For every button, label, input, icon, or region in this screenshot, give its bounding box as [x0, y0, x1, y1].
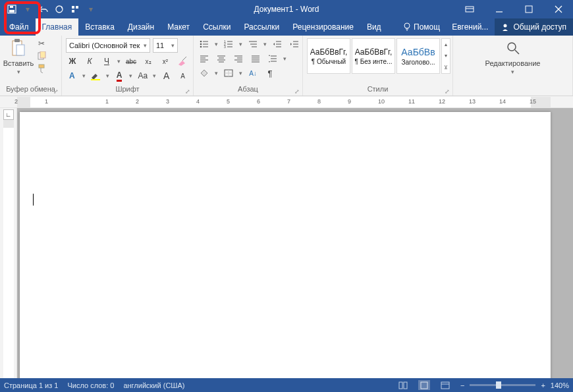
show-marks-icon[interactable]: ¶ — [263, 67, 277, 79]
group-font-label: Шрифт⤢ — [62, 85, 193, 96]
align-right-icon[interactable] — [232, 53, 245, 65]
ruler-horizontal[interactable]: 21123456789101112131415 — [0, 96, 573, 108]
svg-rect-15 — [40, 51, 45, 58]
tab-mailings[interactable]: Рассылки — [237, 18, 286, 36]
style-no-spacing[interactable]: АаБбВвГг, ¶ Без инте... — [352, 38, 395, 74]
quick-access-toolbar: ▾ ▾ — [0, 4, 96, 14]
document-area[interactable] — [17, 108, 573, 378]
maximize-icon[interactable] — [514, 0, 543, 18]
sort-icon[interactable]: A↓ — [246, 67, 259, 79]
zoom-slider[interactable] — [470, 384, 535, 386]
ribbon-tabs: Файл Главная Вставка Дизайн Макет Ссылки… — [0, 18, 573, 36]
font-name-combo[interactable]: Calibri (Основной тек▾ — [66, 38, 150, 53]
svg-rect-12 — [14, 39, 20, 42]
ribbon-display-options-icon[interactable] — [454, 0, 484, 18]
strikethrough-button[interactable]: abc — [124, 55, 138, 67]
lightbulb-icon — [403, 22, 411, 32]
line-spacing-icon[interactable] — [266, 53, 279, 65]
font-color-icon[interactable]: A — [113, 70, 126, 82]
zoom-in-button[interactable]: + — [541, 381, 545, 389]
multilevel-list-icon[interactable] — [246, 38, 259, 50]
tab-view[interactable]: Вид — [360, 18, 388, 36]
user-name[interactable]: Евгений... — [445, 18, 495, 36]
group-paragraph: ▾ 123▾ ▾ ▾ ▾ ▾ A↓ ¶ Абзац⤢ — [194, 36, 303, 96]
dialog-launcher-icon[interactable]: ⤢ — [445, 88, 450, 95]
dialog-launcher-icon[interactable]: ⤢ — [53, 88, 59, 95]
svg-rect-8 — [526, 6, 532, 13]
text-effects-icon[interactable]: A — [66, 70, 78, 82]
status-page[interactable]: Страница 1 из 1 — [4, 381, 58, 389]
justify-icon[interactable] — [249, 53, 262, 65]
cut-icon[interactable]: ✂ — [36, 38, 47, 49]
ruler-vertical[interactable]: ∟ — [0, 108, 17, 378]
print-layout-icon[interactable] — [418, 380, 430, 390]
bold-button[interactable]: Ж — [66, 55, 79, 67]
numbering-icon[interactable]: 123 — [222, 38, 235, 50]
font-size-combo[interactable]: 11▾ — [153, 38, 178, 53]
shading-icon[interactable] — [198, 67, 211, 79]
share-button[interactable]: Общий доступ — [495, 18, 573, 36]
bullets-icon[interactable] — [198, 38, 211, 50]
close-icon[interactable] — [543, 0, 573, 18]
web-layout-icon[interactable] — [439, 380, 451, 390]
touch-mode-icon[interactable] — [70, 4, 80, 14]
grow-font-button[interactable]: A — [160, 70, 173, 82]
tab-insert[interactable]: Вставка — [78, 18, 121, 36]
align-left-icon[interactable] — [198, 53, 211, 65]
underline-button[interactable]: Ч — [100, 55, 113, 67]
style-heading1[interactable]: АаБбВв Заголово... — [396, 38, 440, 74]
zoom-level[interactable]: 140% — [551, 381, 569, 389]
chevron-down-icon[interactable]: ▾ — [117, 58, 121, 65]
save-icon[interactable] — [7, 4, 17, 14]
tab-review[interactable]: Рецензирование — [286, 18, 360, 36]
qat-customize-icon[interactable]: ▾ — [86, 4, 96, 14]
style-name: ¶ Обычный — [312, 58, 346, 65]
editing-label: Редактирование — [485, 59, 541, 67]
window-title: Документ1 - Word — [254, 5, 319, 14]
format-painter-icon[interactable] — [36, 63, 47, 74]
dialog-launcher-icon[interactable]: ⤢ — [185, 88, 190, 95]
borders-icon[interactable] — [222, 67, 235, 79]
shrink-font-button[interactable]: A — [177, 70, 189, 82]
svg-rect-7 — [466, 7, 474, 12]
minimize-icon[interactable] — [484, 0, 514, 18]
change-case-button[interactable]: Aa — [136, 70, 149, 82]
subscript-button[interactable]: x₂ — [142, 55, 155, 67]
svg-rect-4 — [72, 6, 74, 9]
style-name: ¶ Без инте... — [355, 58, 393, 65]
copy-icon[interactable] — [36, 51, 47, 61]
undo-icon[interactable] — [38, 4, 49, 14]
tab-references[interactable]: Ссылки — [196, 18, 237, 36]
qat-dropdown-icon[interactable]: ▾ — [22, 4, 33, 14]
increase-indent-icon[interactable] — [288, 38, 301, 50]
read-mode-icon[interactable] — [397, 380, 409, 390]
find-icon — [503, 38, 523, 58]
decrease-indent-icon[interactable] — [271, 38, 284, 50]
highlight-color-icon[interactable] — [90, 70, 102, 82]
editing-button[interactable]: Редактирование ▾ — [483, 38, 543, 75]
group-editing: Редактирование ▾ — [453, 36, 573, 96]
zoom-out-button[interactable]: − — [460, 381, 464, 389]
status-language[interactable]: английский (США) — [123, 381, 184, 389]
dialog-launcher-icon[interactable]: ⤢ — [294, 88, 300, 95]
tab-home[interactable]: Главная — [36, 18, 79, 36]
status-word-count[interactable]: Число слов: 0 — [67, 381, 114, 389]
svg-rect-26 — [399, 382, 402, 389]
tell-me-help[interactable]: Помощ — [398, 18, 445, 36]
svg-rect-1 — [9, 10, 14, 13]
style-normal[interactable]: АаБбВвГг, ¶ Обычный — [307, 38, 350, 74]
paste-icon — [9, 38, 28, 58]
align-center-icon[interactable] — [215, 53, 228, 65]
superscript-button[interactable]: x² — [159, 55, 172, 67]
styles-gallery-more[interactable]: ▴▾⊻ — [441, 38, 450, 74]
style-name: Заголово... — [402, 59, 435, 66]
page[interactable] — [20, 112, 551, 378]
tab-selector-icon[interactable]: ∟ — [3, 109, 14, 120]
tab-layout[interactable]: Макет — [161, 18, 196, 36]
clear-formatting-icon[interactable] — [176, 55, 189, 67]
tab-file[interactable]: Файл — [3, 18, 36, 36]
italic-button[interactable]: К — [83, 55, 96, 67]
tab-design[interactable]: Дизайн — [121, 18, 161, 36]
repeat-icon[interactable] — [54, 4, 65, 14]
paste-button[interactable]: Вставить ▾ — [4, 38, 33, 75]
